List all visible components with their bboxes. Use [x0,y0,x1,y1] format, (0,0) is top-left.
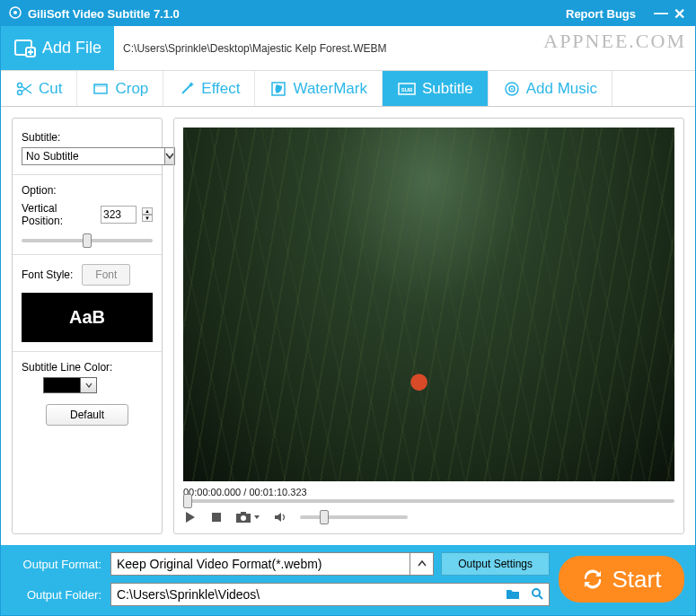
tab-cut[interactable]: Cut [1,71,77,106]
subtitle-options-panel: Subtitle: Option: Vertical Position: ▲▼ … [12,118,163,534]
refresh-icon [582,568,603,590]
line-color-picker[interactable] [43,377,153,393]
output-format-label: Output Format: [12,558,101,571]
workspace: Subtitle: Option: Vertical Position: ▲▼ … [1,107,695,545]
app-title: GiliSoft Video Subtitle 7.1.0 [28,7,180,21]
stop-button[interactable] [210,511,223,524]
video-preview[interactable] [183,128,674,481]
browse-folder-button[interactable] [500,587,525,603]
play-button[interactable] [183,510,198,524]
svg-rect-19 [212,513,221,522]
watermark-text: APPNEE.COM [543,30,686,53]
vertical-position-input[interactable] [101,206,137,224]
svg-text:SUB: SUB [401,87,413,92]
vertical-position-spinner[interactable]: ▲▼ [142,207,153,222]
vertical-position-label: Vertical Position: [22,202,95,227]
tab-crop-label: Crop [115,80,148,98]
output-format-value[interactable] [111,553,410,575]
svg-line-12 [182,84,191,93]
close-button[interactable]: ✕ [670,5,688,22]
file-toolbar: Add File C:\Users\Sprinkle\Desktop\Majes… [1,26,695,71]
option-label: Option: [22,184,153,197]
svg-point-23 [533,589,540,596]
seek-slider[interactable] [183,499,674,503]
tab-watermark-label: WaterMark [293,80,367,98]
player-controls [183,510,674,524]
open-folder-button[interactable] [525,587,549,603]
add-file-button[interactable]: Add File [1,26,114,70]
subtitle-icon: SUB [397,80,417,98]
font-button[interactable]: Font [82,264,130,286]
svg-point-1 [13,11,17,14]
output-folder-label: Output Folder: [12,588,101,602]
line-color-label: Subtitle Line Color: [22,361,153,374]
svg-point-22 [241,515,246,521]
app-logo-icon [8,5,22,22]
volume-icon[interactable] [273,511,287,524]
output-folder-field [110,583,550,606]
video-player-panel: 00:00:00.000 / 00:01:10.323 [173,118,684,534]
start-label: Start [612,566,662,594]
subtitle-select[interactable] [22,147,153,165]
tab-watermark[interactable]: WaterMark [255,71,383,106]
tab-add-music[interactable]: Add Music [489,71,612,106]
app-window: GiliSoft Video Subtitle 7.1.0 Report Bug… [0,0,696,616]
volume-slider[interactable] [300,515,408,519]
crop-icon [92,80,110,98]
svg-point-7 [18,90,22,94]
svg-line-24 [539,595,542,599]
add-file-icon [13,37,37,60]
tab-effect-label: Effect [201,80,240,98]
svg-point-6 [18,83,22,87]
titlebar: GiliSoft Video Subtitle 7.1.0 Report Bug… [1,1,695,26]
video-frame-content [183,128,674,481]
minimize-button[interactable]: — [652,5,670,22]
subtitle-label: Subtitle: [22,131,153,144]
tab-subtitle[interactable]: SUB Subtitle [383,71,489,106]
scissors-icon [15,80,33,98]
font-preview: AaB [22,293,153,342]
wand-icon [178,80,196,98]
svg-point-18 [511,88,513,90]
chevron-up-icon[interactable] [410,553,433,575]
output-folder-input[interactable] [111,584,500,605]
tab-crop[interactable]: Crop [77,71,163,106]
output-format-select[interactable] [110,552,434,576]
color-swatch [43,377,81,393]
svg-rect-11 [94,84,107,87]
font-style-label: Font Style: [22,268,73,281]
watermark-icon [269,80,287,98]
chevron-down-icon[interactable] [81,377,97,393]
tab-effect[interactable]: Effect [163,71,255,106]
tab-subtitle-label: Subtitle [422,80,473,98]
add-file-label: Add File [42,39,101,57]
footer-bar: Output Format: Output Settings Start Out… [1,545,695,615]
default-button[interactable]: Default [46,404,128,426]
output-settings-button[interactable]: Output Settings [441,552,550,576]
vertical-position-slider[interactable] [22,239,153,242]
report-bugs-link[interactable]: Report Bugs [566,7,636,21]
start-button[interactable]: Start [559,556,684,603]
subtitle-select-value[interactable] [22,147,165,165]
snapshot-button[interactable] [235,511,260,524]
music-icon [503,80,521,98]
tab-cut-label: Cut [39,80,62,98]
svg-rect-21 [241,512,246,515]
tab-bar: Cut Crop Effect WaterMark SUB Subtitle A… [1,71,695,107]
tab-add-music-label: Add Music [526,80,597,98]
